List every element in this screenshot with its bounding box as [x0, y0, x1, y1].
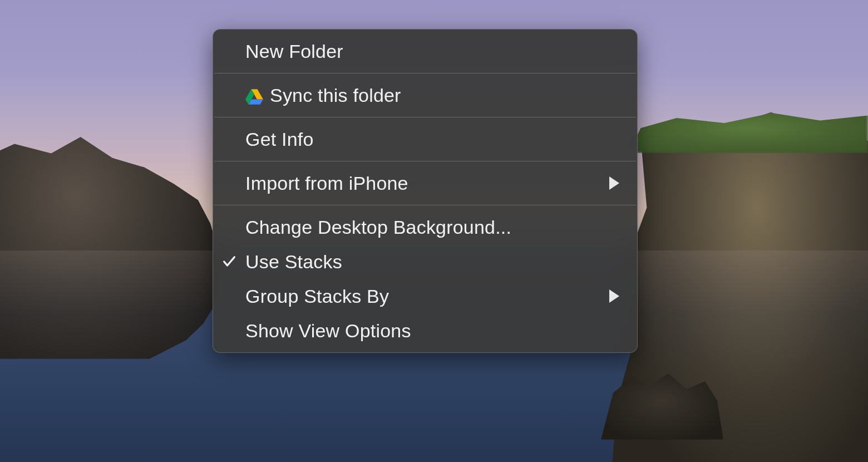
menu-item-new-folder[interactable]: New Folder — [213, 34, 637, 68]
submenu-arrow-icon — [609, 289, 619, 303]
menu-separator — [214, 73, 636, 73]
menu-label: Show View Options — [245, 320, 619, 342]
google-drive-icon — [245, 87, 263, 103]
menu-label: New Folder — [245, 41, 619, 62]
checkmark-icon — [221, 254, 237, 269]
menu-item-change-desktop-background[interactable]: Change Desktop Background... — [213, 210, 637, 244]
desktop-context-menu: New Folder Sync this folder Get Info Imp… — [213, 29, 638, 353]
menu-item-group-stacks-by[interactable]: Group Stacks By — [213, 279, 637, 313]
menu-item-use-stacks[interactable]: Use Stacks — [213, 244, 637, 279]
menu-item-sync-this-folder[interactable]: Sync this folder — [213, 78, 637, 112]
menu-separator — [214, 205, 636, 205]
menu-item-import-from-iphone[interactable]: Import from iPhone — [213, 166, 637, 200]
menu-label: Get Info — [245, 129, 619, 150]
menu-label: Use Stacks — [245, 251, 619, 273]
menu-item-show-view-options[interactable]: Show View Options — [213, 313, 637, 348]
menu-separator — [214, 161, 636, 161]
wallpaper-island-vegetation — [629, 103, 868, 153]
menu-label: Group Stacks By — [245, 286, 609, 307]
menu-item-get-info[interactable]: Get Info — [213, 122, 637, 156]
menu-gutter — [213, 254, 245, 269]
menu-label: Import from iPhone — [245, 173, 609, 194]
menu-label: Sync this folder — [270, 85, 619, 106]
submenu-arrow-icon — [609, 176, 619, 190]
menu-label: Change Desktop Background... — [245, 217, 619, 238]
menu-separator — [214, 117, 636, 117]
